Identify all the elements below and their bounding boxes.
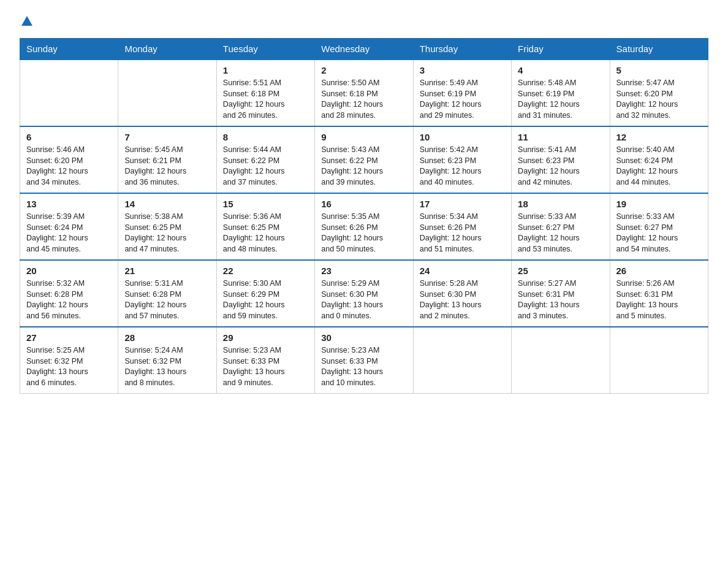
weekday-header-friday: Friday (512, 39, 610, 60)
calendar-cell: 2Sunrise: 5:50 AM Sunset: 6:18 PM Daylig… (315, 59, 413, 126)
calendar-cell: 26Sunrise: 5:26 AM Sunset: 6:31 PM Dayli… (610, 260, 708, 327)
calendar-cell: 3Sunrise: 5:49 AM Sunset: 6:19 PM Daylig… (413, 59, 511, 126)
calendar-cell: 12Sunrise: 5:40 AM Sunset: 6:24 PM Dayli… (610, 126, 708, 193)
day-info: Sunrise: 5:30 AM Sunset: 6:29 PM Dayligh… (223, 278, 308, 321)
day-info: Sunrise: 5:49 AM Sunset: 6:19 PM Dayligh… (420, 78, 505, 121)
calendar-cell (610, 327, 708, 394)
day-info: Sunrise: 5:48 AM Sunset: 6:19 PM Dayligh… (518, 78, 603, 121)
calendar-cell: 27Sunrise: 5:25 AM Sunset: 6:32 PM Dayli… (20, 327, 118, 394)
day-number: 17 (420, 197, 505, 210)
calendar-cell: 23Sunrise: 5:29 AM Sunset: 6:30 PM Dayli… (315, 260, 413, 327)
day-number: 23 (321, 264, 406, 277)
calendar-cell: 20Sunrise: 5:32 AM Sunset: 6:28 PM Dayli… (20, 260, 118, 327)
weekday-header-monday: Monday (118, 39, 216, 60)
calendar-cell (20, 59, 118, 126)
calendar-cell: 24Sunrise: 5:28 AM Sunset: 6:30 PM Dayli… (413, 260, 511, 327)
calendar-cell: 7Sunrise: 5:45 AM Sunset: 6:21 PM Daylig… (118, 126, 216, 193)
day-info: Sunrise: 5:29 AM Sunset: 6:30 PM Dayligh… (321, 278, 406, 321)
day-number: 12 (616, 131, 702, 144)
day-number: 25 (518, 264, 603, 277)
day-info: Sunrise: 5:35 AM Sunset: 6:26 PM Dayligh… (321, 212, 406, 255)
calendar-week-row: 20Sunrise: 5:32 AM Sunset: 6:28 PM Dayli… (20, 260, 708, 327)
day-info: Sunrise: 5:34 AM Sunset: 6:26 PM Dayligh… (420, 212, 505, 255)
day-number: 10 (420, 131, 505, 144)
weekday-header-saturday: Saturday (610, 39, 708, 60)
day-number: 18 (518, 197, 603, 210)
day-info: Sunrise: 5:39 AM Sunset: 6:24 PM Dayligh… (26, 212, 112, 255)
day-info: Sunrise: 5:38 AM Sunset: 6:25 PM Dayligh… (124, 212, 210, 255)
logo-icon (20, 15, 34, 28)
day-number: 22 (223, 264, 308, 277)
calendar-cell: 13Sunrise: 5:39 AM Sunset: 6:24 PM Dayli… (20, 193, 118, 260)
calendar-week-row: 27Sunrise: 5:25 AM Sunset: 6:32 PM Dayli… (20, 327, 708, 394)
day-info: Sunrise: 5:44 AM Sunset: 6:22 PM Dayligh… (223, 145, 308, 188)
day-info: Sunrise: 5:51 AM Sunset: 6:18 PM Dayligh… (223, 78, 308, 121)
calendar-cell: 19Sunrise: 5:33 AM Sunset: 6:27 PM Dayli… (610, 193, 708, 260)
day-number: 1 (223, 64, 308, 77)
day-number: 20 (26, 264, 112, 277)
day-number: 7 (124, 131, 210, 144)
calendar-cell (413, 327, 511, 394)
day-info: Sunrise: 5:47 AM Sunset: 6:20 PM Dayligh… (616, 78, 702, 121)
calendar-cell: 21Sunrise: 5:31 AM Sunset: 6:28 PM Dayli… (118, 260, 216, 327)
calendar-cell: 28Sunrise: 5:24 AM Sunset: 6:32 PM Dayli… (118, 327, 216, 394)
calendar-week-row: 13Sunrise: 5:39 AM Sunset: 6:24 PM Dayli… (20, 193, 708, 260)
day-number: 4 (518, 64, 603, 77)
calendar-cell: 16Sunrise: 5:35 AM Sunset: 6:26 PM Dayli… (315, 193, 413, 260)
day-info: Sunrise: 5:23 AM Sunset: 6:33 PM Dayligh… (321, 345, 406, 388)
calendar-cell (512, 327, 610, 394)
calendar-cell (118, 59, 216, 126)
day-number: 29 (223, 331, 308, 344)
calendar-week-row: 1Sunrise: 5:51 AM Sunset: 6:18 PM Daylig… (20, 59, 708, 126)
calendar-cell: 6Sunrise: 5:46 AM Sunset: 6:20 PM Daylig… (20, 126, 118, 193)
day-info: Sunrise: 5:33 AM Sunset: 6:27 PM Dayligh… (518, 212, 603, 255)
day-number: 26 (616, 264, 702, 277)
day-number: 30 (321, 331, 406, 344)
calendar-cell: 9Sunrise: 5:43 AM Sunset: 6:22 PM Daylig… (315, 126, 413, 193)
day-info: Sunrise: 5:25 AM Sunset: 6:32 PM Dayligh… (26, 345, 112, 388)
day-info: Sunrise: 5:45 AM Sunset: 6:21 PM Dayligh… (124, 145, 210, 188)
day-info: Sunrise: 5:36 AM Sunset: 6:25 PM Dayligh… (223, 212, 308, 255)
page-header (20, 15, 708, 28)
calendar-cell: 1Sunrise: 5:51 AM Sunset: 6:18 PM Daylig… (216, 59, 314, 126)
svg-marker-0 (21, 16, 32, 26)
day-number: 5 (616, 64, 702, 77)
day-number: 19 (616, 197, 702, 210)
day-number: 21 (124, 264, 210, 277)
day-number: 28 (124, 331, 210, 344)
day-info: Sunrise: 5:40 AM Sunset: 6:24 PM Dayligh… (616, 145, 702, 188)
day-number: 2 (321, 64, 406, 77)
calendar-cell: 15Sunrise: 5:36 AM Sunset: 6:25 PM Dayli… (216, 193, 314, 260)
day-info: Sunrise: 5:42 AM Sunset: 6:23 PM Dayligh… (420, 145, 505, 188)
day-info: Sunrise: 5:24 AM Sunset: 6:32 PM Dayligh… (124, 345, 210, 388)
day-number: 15 (223, 197, 308, 210)
calendar-header-row: SundayMondayTuesdayWednesdayThursdayFrid… (20, 39, 708, 60)
calendar-cell: 14Sunrise: 5:38 AM Sunset: 6:25 PM Dayli… (118, 193, 216, 260)
day-info: Sunrise: 5:50 AM Sunset: 6:18 PM Dayligh… (321, 78, 406, 121)
day-number: 11 (518, 131, 603, 144)
day-info: Sunrise: 5:33 AM Sunset: 6:27 PM Dayligh… (616, 212, 702, 255)
calendar-cell: 30Sunrise: 5:23 AM Sunset: 6:33 PM Dayli… (315, 327, 413, 394)
calendar-cell: 4Sunrise: 5:48 AM Sunset: 6:19 PM Daylig… (512, 59, 610, 126)
day-info: Sunrise: 5:26 AM Sunset: 6:31 PM Dayligh… (616, 278, 702, 321)
calendar-cell: 18Sunrise: 5:33 AM Sunset: 6:27 PM Dayli… (512, 193, 610, 260)
calendar-cell: 11Sunrise: 5:41 AM Sunset: 6:23 PM Dayli… (512, 126, 610, 193)
day-info: Sunrise: 5:31 AM Sunset: 6:28 PM Dayligh… (124, 278, 210, 321)
day-number: 24 (420, 264, 505, 277)
day-info: Sunrise: 5:43 AM Sunset: 6:22 PM Dayligh… (321, 145, 406, 188)
day-number: 3 (420, 64, 505, 77)
day-number: 16 (321, 197, 406, 210)
weekday-header-tuesday: Tuesday (216, 39, 314, 60)
day-info: Sunrise: 5:41 AM Sunset: 6:23 PM Dayligh… (518, 145, 603, 188)
calendar-week-row: 6Sunrise: 5:46 AM Sunset: 6:20 PM Daylig… (20, 126, 708, 193)
calendar-cell: 17Sunrise: 5:34 AM Sunset: 6:26 PM Dayli… (413, 193, 511, 260)
day-info: Sunrise: 5:32 AM Sunset: 6:28 PM Dayligh… (26, 278, 112, 321)
day-number: 14 (124, 197, 210, 210)
weekday-header-thursday: Thursday (413, 39, 511, 60)
weekday-header-sunday: Sunday (20, 39, 118, 60)
calendar-table: SundayMondayTuesdayWednesdayThursdayFrid… (20, 38, 708, 394)
day-number: 8 (223, 131, 308, 144)
day-info: Sunrise: 5:27 AM Sunset: 6:31 PM Dayligh… (518, 278, 603, 321)
day-number: 27 (26, 331, 112, 344)
day-info: Sunrise: 5:46 AM Sunset: 6:20 PM Dayligh… (26, 145, 112, 188)
